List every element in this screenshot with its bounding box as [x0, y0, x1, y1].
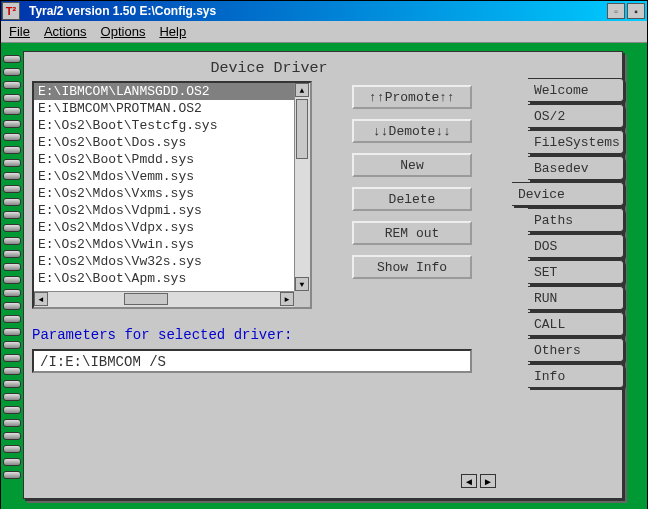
- list-item[interactable]: E:\Os2\Mdos\Vdpmi.sys: [34, 202, 294, 219]
- tab-dos[interactable]: DOS: [528, 234, 624, 258]
- menu-file[interactable]: File: [9, 24, 30, 39]
- list-item[interactable]: E:\IBMCOM\LANMSGDD.OS2: [34, 83, 294, 100]
- spiral-binding: [1, 55, 19, 479]
- vertical-scrollbar[interactable]: ▲ ▼: [294, 83, 310, 291]
- params-input[interactable]: /I:E:\IBMCOM /S: [32, 349, 472, 373]
- scroll-down-button[interactable]: ▼: [295, 277, 309, 291]
- page-prev-button[interactable]: ◄: [461, 474, 477, 488]
- maximize-button[interactable]: ▫: [607, 3, 625, 19]
- notebook-tabs: WelcomeOS/2FileSystemsBasedevDevicePaths…: [528, 78, 624, 390]
- list-item[interactable]: E:\Os2\Mdos\Vemm.sys: [34, 168, 294, 185]
- main-window: T² Tyra/2 version 1.50 E:\Config.sys ▫ ▪…: [0, 0, 648, 509]
- scroll-left-button[interactable]: ◄: [34, 292, 48, 306]
- tab-os2[interactable]: OS/2: [528, 104, 624, 128]
- tab-welcome[interactable]: Welcome: [528, 78, 624, 102]
- tab-device[interactable]: Device: [512, 182, 624, 206]
- client-area: Device Driver E:\IBMCOM\LANMSGDD.OS2E:\I…: [1, 43, 647, 509]
- horizontal-scrollbar[interactable]: ◄ ►: [34, 291, 294, 307]
- tab-filesystems[interactable]: FileSystems: [528, 130, 624, 154]
- window-title: Tyra/2 version 1.50 E:\Config.sys: [29, 4, 216, 18]
- scroll-up-button[interactable]: ▲: [295, 83, 309, 97]
- minimize-button[interactable]: ▪: [627, 3, 645, 19]
- tab-basedev[interactable]: Basedev: [528, 156, 624, 180]
- menu-actions[interactable]: Actions: [44, 24, 87, 39]
- list-item[interactable]: E:\Os2\Mdos\Vwin.sys: [34, 236, 294, 253]
- list-item[interactable]: E:\IBMCOM\PROTMAN.OS2: [34, 100, 294, 117]
- titlebar[interactable]: T² Tyra/2 version 1.50 E:\Config.sys ▫ ▪: [1, 1, 647, 21]
- driver-listbox[interactable]: E:\IBMCOM\LANMSGDD.OS2E:\IBMCOM\PROTMAN.…: [32, 81, 312, 309]
- tab-call[interactable]: CALL: [528, 312, 624, 336]
- tab-paths[interactable]: Paths: [528, 208, 624, 232]
- vscroll-thumb[interactable]: [296, 99, 308, 159]
- tab-info[interactable]: Info: [528, 364, 624, 388]
- scroll-corner: [294, 291, 310, 307]
- params-label: Parameters for selected driver:: [32, 327, 506, 343]
- page-title: Device Driver: [24, 52, 514, 81]
- menubar: File Actions Options Help: [1, 21, 647, 43]
- scroll-right-button[interactable]: ►: [280, 292, 294, 306]
- list-item[interactable]: E:\Os2\Boot\Apm.sys: [34, 270, 294, 287]
- system-menu-icon[interactable]: T²: [2, 2, 20, 20]
- demote-button[interactable]: ↓↓Demote↓↓: [352, 119, 472, 143]
- menu-help[interactable]: Help: [159, 24, 186, 39]
- tab-set[interactable]: SET: [528, 260, 624, 284]
- tab-others[interactable]: Others: [528, 338, 624, 362]
- hscroll-thumb[interactable]: [124, 293, 168, 305]
- list-item[interactable]: E:\Os2\Boot\Dos.sys: [34, 134, 294, 151]
- tab-run[interactable]: RUN: [528, 286, 624, 310]
- notebook: Device Driver E:\IBMCOM\LANMSGDD.OS2E:\I…: [23, 51, 623, 499]
- new-button[interactable]: New: [352, 153, 472, 177]
- list-item[interactable]: E:\Os2\Mdos\Vxms.sys: [34, 185, 294, 202]
- delete-button[interactable]: Delete: [352, 187, 472, 211]
- remout-button[interactable]: REM out: [352, 221, 472, 245]
- list-item[interactable]: E:\Os2\Boot\Pmdd.sys: [34, 151, 294, 168]
- list-item[interactable]: E:\Os2\Boot\Testcfg.sys: [34, 117, 294, 134]
- promote-button[interactable]: ↑↑Promote↑↑: [352, 85, 472, 109]
- showinfo-button[interactable]: Show Info: [352, 255, 472, 279]
- list-item[interactable]: E:\Os2\Mdos\Vdpx.sys: [34, 219, 294, 236]
- menu-options[interactable]: Options: [101, 24, 146, 39]
- list-item[interactable]: E:\Os2\Mdos\Vw32s.sys: [34, 253, 294, 270]
- page-next-button[interactable]: ►: [480, 474, 496, 488]
